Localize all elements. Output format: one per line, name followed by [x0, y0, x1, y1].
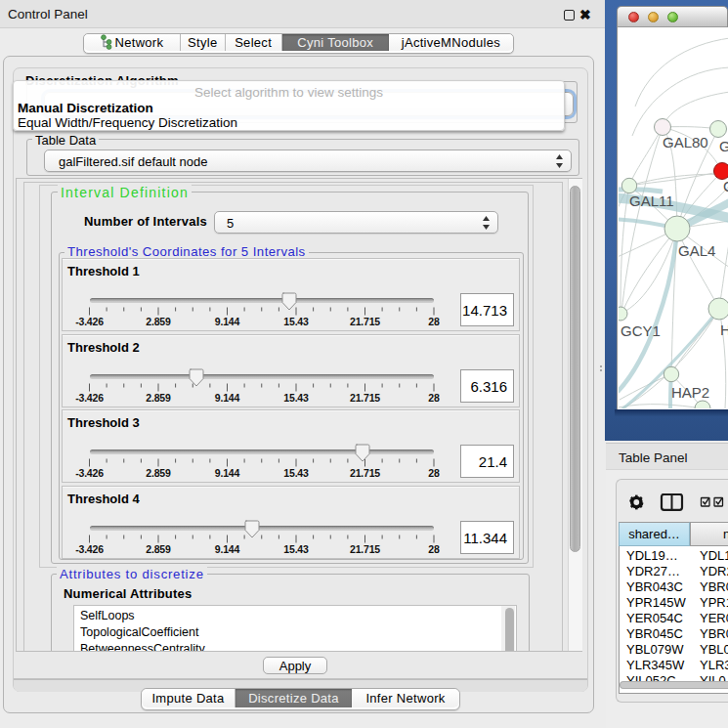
svg-text:C: C	[723, 178, 728, 194]
svg-text:GAL80: GAL80	[663, 134, 708, 150]
svg-text:GCY1: GCY1	[621, 322, 661, 339]
svg-text:H: H	[720, 321, 728, 338]
svg-text:G: G	[719, 138, 728, 154]
svg-text:HAP2: HAP2	[671, 384, 709, 401]
svg-text:GAL11: GAL11	[629, 193, 674, 209]
svg-text:GAL4: GAL4	[678, 242, 715, 259]
